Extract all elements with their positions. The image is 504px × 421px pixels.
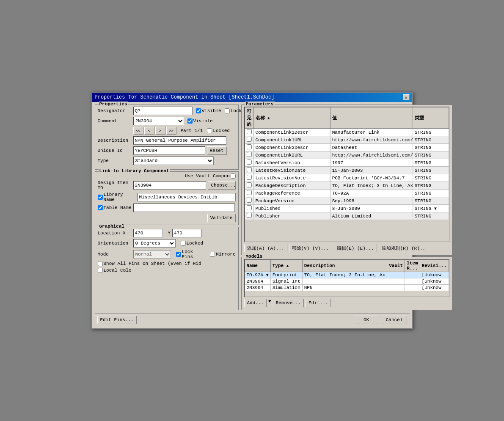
lock-pins-checkbox[interactable] bbox=[176, 252, 181, 257]
params-row[interactable]: LatestRevisionNote PCB Footprint 'BCY-W3… bbox=[245, 174, 449, 182]
params-row[interactable]: PackageVersion Sep-1998 STRING bbox=[245, 197, 449, 205]
params-row[interactable]: ComponentLink1Descr Manufacturer Link ST… bbox=[245, 129, 449, 136]
nav-next-button[interactable]: > bbox=[155, 127, 165, 135]
location-row: Location X Y bbox=[98, 229, 236, 237]
show-all-pins-label[interactable]: Show All Pins On Sheet (Even if Hid bbox=[98, 261, 201, 266]
orientation-select[interactable]: 0 Degrees 90 Degrees 180 Degrees 270 Deg… bbox=[133, 239, 176, 248]
designator-visible-checkbox[interactable] bbox=[196, 108, 201, 113]
parameters-label: Parameters bbox=[245, 102, 275, 107]
params-row[interactable]: PackageReference TO-92A STRING bbox=[245, 190, 449, 197]
designator-locked-checkbox[interactable] bbox=[225, 108, 230, 113]
models-add-arrow[interactable]: ▼ bbox=[268, 299, 271, 307]
comment-select[interactable]: 2N3904 bbox=[133, 117, 184, 125]
ok-cancel-row: OK Cancel bbox=[354, 316, 407, 324]
params-row[interactable]: ComponentLink1URL http://www.fairchildse… bbox=[245, 136, 449, 144]
params-row[interactable]: DatasheetVersion 1997 STRING bbox=[245, 159, 449, 167]
edit-pins-button[interactable]: Edit Pins... bbox=[97, 316, 137, 324]
models-add-button[interactable]: Add... bbox=[244, 299, 267, 307]
parameters-scroll[interactable]: 可见的 名称 ▲ 值 类型 ComponentLink1Descr Manufa… bbox=[244, 107, 450, 242]
location-y-input[interactable] bbox=[172, 229, 202, 237]
params-col-value: 值 bbox=[330, 107, 413, 129]
reset-button[interactable]: Reset bbox=[207, 146, 227, 155]
show-all-pins-checkbox[interactable] bbox=[98, 261, 103, 266]
params-row[interactable]: Publisher Altium Limited STRING bbox=[245, 212, 449, 220]
library-name-input[interactable] bbox=[138, 193, 236, 201]
library-name-checkbox-label[interactable]: Library Name bbox=[98, 192, 136, 202]
design-item-input[interactable] bbox=[133, 181, 207, 190]
params-edit-button[interactable]: 编辑(E) (E)... bbox=[334, 244, 377, 252]
properties-group: Properties Designator Visible bbox=[95, 105, 239, 170]
mode-label: Mode bbox=[98, 252, 132, 257]
type-select[interactable]: Standard Mechanical Graphical bbox=[133, 157, 214, 165]
cancel-button[interactable]: Cancel bbox=[382, 316, 407, 324]
nav-first-button[interactable]: << bbox=[133, 127, 143, 135]
type-row: Type Standard Mechanical Graphical bbox=[98, 157, 236, 165]
comment-visible-checkbox[interactable] bbox=[187, 118, 193, 124]
link-library-label: Link to Library Component bbox=[99, 168, 170, 173]
params-row[interactable]: Published 8-Jun-2000 STRING ▼ bbox=[245, 205, 449, 212]
unique-id-input[interactable] bbox=[133, 146, 205, 155]
models-header-row: Name Type ▲ Description Vault Item R... … bbox=[245, 260, 449, 272]
orientation-locked-checkbox[interactable] bbox=[181, 241, 186, 246]
params-rules-button[interactable]: 添加规则(R) (R).. bbox=[379, 244, 428, 252]
models-remove-button[interactable]: Remove... bbox=[273, 299, 304, 307]
params-row[interactable]: LatestRevisionDate 15-Jan-2003 STRING bbox=[245, 167, 449, 174]
mode-select[interactable]: Normal bbox=[133, 250, 171, 259]
location-y-label: Y bbox=[168, 231, 171, 236]
description-input[interactable] bbox=[133, 136, 226, 145]
models-label: Models bbox=[245, 254, 264, 259]
nav-last-button[interactable]: >> bbox=[166, 127, 176, 135]
models-col-type[interactable]: Type ▲ bbox=[270, 260, 302, 272]
show-all-pins-row: Show All Pins On Sheet (Even if Hid bbox=[98, 261, 236, 266]
use-vault-label[interactable]: Use Vault Compon bbox=[185, 173, 236, 179]
graphical-group: Graphical Location X Y Orientation 0 Deg… bbox=[95, 227, 239, 310]
close-button[interactable]: ✕ bbox=[403, 94, 410, 100]
models-col-revisi: Revisi... bbox=[420, 260, 449, 272]
designator-label: Designator bbox=[98, 108, 132, 113]
comment-visible-label[interactable]: Visible bbox=[187, 118, 213, 124]
table-name-input[interactable] bbox=[133, 204, 235, 212]
models-scroll[interactable]: Name Type ▲ Description Vault Item R... … bbox=[244, 259, 450, 297]
params-row[interactable]: PackageDescription TO, Flat Index; 3 In-… bbox=[245, 182, 449, 190]
models-col-name: Name bbox=[245, 260, 270, 272]
mirrored-checkbox[interactable] bbox=[210, 252, 215, 257]
choose-button[interactable]: Choose... bbox=[208, 181, 235, 190]
table-name-checkbox-label[interactable]: Table Name bbox=[98, 205, 132, 210]
params-col-name[interactable]: 名称 ▲ bbox=[253, 107, 330, 129]
location-x-input[interactable] bbox=[133, 229, 163, 237]
models-col-itemr: Item R... bbox=[405, 260, 420, 272]
params-row[interactable]: ComponentLink2URL http://www.fairchildse… bbox=[245, 151, 449, 159]
use-vault-checkbox[interactable] bbox=[231, 173, 236, 179]
local-colors-checkbox[interactable] bbox=[98, 268, 103, 273]
models-tbody: TO-92A ▼ Footprint TO, Flat Index; 3 In-… bbox=[245, 272, 449, 291]
nav-locked-checkbox[interactable] bbox=[207, 128, 212, 133]
nav-prev-button[interactable]: < bbox=[144, 127, 154, 135]
unique-id-label: Unique Id bbox=[98, 148, 132, 153]
params-header-row: 可见的 名称 ▲ 值 类型 bbox=[245, 107, 449, 129]
models-row[interactable]: 2N3904 Signal Int [Unknow bbox=[245, 278, 449, 285]
params-row[interactable]: ComponentLink2Descr Datasheet STRING bbox=[245, 144, 449, 151]
params-remove-button[interactable]: 移除(V) (V)... bbox=[289, 244, 332, 252]
use-vault-row: Use Vault Compon bbox=[98, 173, 236, 179]
main-content: Properties Designator Visible bbox=[95, 105, 410, 310]
models-group: Models Name Type ▲ Description Vault Ite… bbox=[241, 257, 453, 310]
models-row[interactable]: TO-92A ▼ Footprint TO, Flat Index; 3 In-… bbox=[245, 272, 449, 278]
validate-button[interactable]: Validate bbox=[207, 214, 236, 222]
designator-input[interactable] bbox=[133, 107, 193, 115]
models-edit-button[interactable]: Edit... bbox=[306, 299, 331, 307]
local-colors-label[interactable]: Local Colo bbox=[98, 268, 132, 273]
lock-pins-label[interactable]: Lock Pins bbox=[176, 249, 207, 259]
designator-visible-label[interactable]: Visible bbox=[196, 108, 221, 113]
nav-locked-label[interactable]: Locked bbox=[207, 128, 230, 133]
ok-button[interactable]: OK bbox=[354, 316, 379, 324]
library-name-checkbox[interactable] bbox=[98, 195, 103, 200]
mirrored-label[interactable]: Mirrore bbox=[210, 252, 235, 257]
params-add-button[interactable]: 添加(A) (A)... bbox=[244, 244, 287, 252]
link-library-group: Link to Library Component Use Vault Comp… bbox=[95, 171, 239, 225]
unique-id-row: Unique Id Reset bbox=[98, 146, 236, 155]
right-panel: Parameters 可见的 名称 ▲ 值 类型 bbox=[241, 105, 453, 310]
orientation-label: Orientation bbox=[98, 241, 132, 246]
models-row[interactable]: 2N3904 Simulation NPN [Unknow bbox=[245, 285, 449, 291]
orientation-locked-label[interactable]: Locked bbox=[181, 241, 204, 246]
table-name-checkbox[interactable] bbox=[98, 205, 103, 210]
